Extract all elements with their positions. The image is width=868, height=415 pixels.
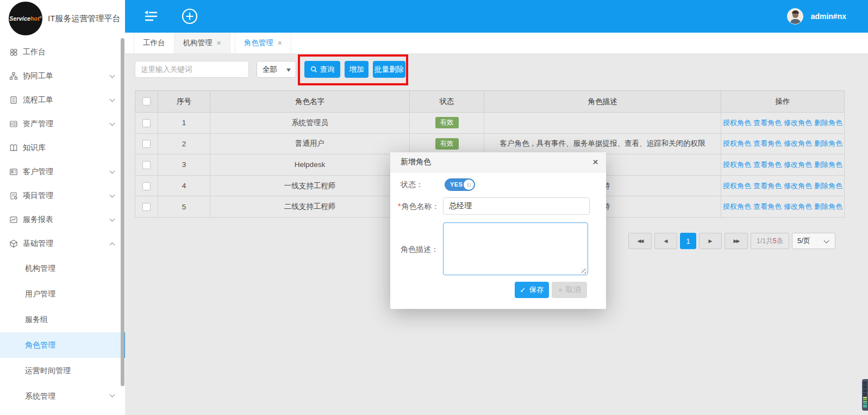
view-role-link[interactable]: 查看角色: [753, 119, 782, 127]
sidebar-scrollbar[interactable]: [121, 38, 124, 386]
sidebar-item-reports[interactable]: 服务报表: [0, 208, 125, 232]
brand-header: Servicehot® IT服务运营管理平台: [0, 0, 125, 36]
edit-role-link[interactable]: 修改角色: [784, 202, 812, 210]
keyword-search-input[interactable]: [135, 61, 249, 78]
chevron-down-icon: [110, 97, 115, 102]
add-button[interactable]: 增加: [345, 61, 369, 78]
collapse-sidebar-icon[interactable]: [142, 8, 160, 25]
status-badge: 有效: [435, 138, 459, 150]
sidebar-item-basic-mgmt[interactable]: 基础管理: [0, 232, 125, 256]
user-menu[interactable]: admin#nx: [787, 8, 846, 25]
status-badge: 有效: [435, 117, 459, 128]
delete-role-link[interactable]: 删除角色: [814, 119, 842, 127]
status-toggle[interactable]: YES: [445, 178, 475, 191]
project-icon: [9, 191, 18, 200]
cancel-button[interactable]: × 取消: [552, 282, 587, 298]
save-button[interactable]: ✓ 保存: [515, 282, 549, 298]
sidebar-item-projects[interactable]: 项目管理: [0, 184, 125, 208]
close-tab-icon[interactable]: ×: [217, 39, 221, 47]
sidebar-item-service-group[interactable]: 服务组: [0, 307, 125, 332]
tab-workbench[interactable]: 工作台: [134, 33, 174, 53]
sidebar-item-operation-time-mgmt[interactable]: 运营时间管理: [0, 358, 125, 383]
chevron-down-icon: [110, 392, 115, 398]
sidebar-item-org-mgmt[interactable]: 机构管理: [0, 256, 125, 281]
prev-page-button[interactable]: ◀: [654, 233, 677, 249]
dashboard-icon: [9, 48, 18, 57]
edit-role-link[interactable]: 修改角色: [784, 139, 812, 147]
delete-role-link[interactable]: 删除角色: [814, 160, 842, 169]
query-button[interactable]: 查询: [304, 61, 340, 78]
close-icon[interactable]: ×: [592, 157, 598, 167]
filter-dropdown[interactable]: 全部: [257, 61, 296, 78]
view-role-link[interactable]: 查看角色: [753, 182, 782, 190]
delete-role-link[interactable]: 删除角色: [814, 202, 842, 210]
customer-icon: [9, 168, 18, 176]
select-all-checkbox[interactable]: [142, 97, 151, 106]
sidebar-item-collab-orders[interactable]: 协同工单: [0, 64, 125, 88]
sidebar-item-assets[interactable]: 资产管理: [0, 112, 125, 136]
role-desc-textarea[interactable]: [443, 222, 588, 275]
next-page-button[interactable]: ▶: [699, 233, 722, 249]
row-checkbox[interactable]: [142, 140, 151, 148]
view-role-link[interactable]: 查看角色: [753, 139, 782, 147]
table-row: 1 系统管理员 有效 授权角色查看角色修改角色删除角色: [135, 113, 845, 134]
chevron-down-icon: [110, 193, 115, 198]
edge-floating-widget[interactable]: [862, 379, 868, 411]
chevron-down-icon: [824, 238, 829, 244]
authorize-role-link[interactable]: 授权角色: [723, 182, 751, 190]
sidebar-item-knowledge-base[interactable]: 知识库: [0, 136, 125, 160]
page-size-select[interactable]: 5/页: [792, 233, 835, 249]
view-role-link[interactable]: 查看角色: [753, 202, 782, 210]
select-all-header: [135, 91, 158, 113]
delete-role-link[interactable]: 删除角色: [814, 139, 842, 147]
row-checkbox[interactable]: [142, 119, 151, 127]
tab-role-mgmt[interactable]: 角色管理 ×: [235, 33, 291, 53]
modal-header[interactable]: 新增角色 ×: [390, 152, 606, 172]
sidebar-item-customers[interactable]: 客户管理: [0, 160, 125, 184]
current-page-button[interactable]: 1: [680, 233, 696, 249]
sidebar-item-role-mgmt[interactable]: 角色管理: [0, 332, 125, 358]
first-page-button[interactable]: ◀◀: [628, 233, 652, 249]
chevron-down-icon: [110, 73, 115, 78]
dropdown-arrow-icon: [286, 69, 291, 72]
col-header-name: 角色名字: [210, 91, 410, 113]
col-header-no: 序号: [158, 91, 210, 113]
table-header-row: 序号 角色名字 状态 角色描述 操作: [135, 91, 845, 113]
top-header-bar: admin#nx: [125, 0, 868, 33]
sidebar-item-system-mgmt[interactable]: 系统管理: [0, 383, 125, 409]
tab-org-mgmt[interactable]: 机构管理 ×: [174, 33, 230, 53]
close-tab-icon[interactable]: ×: [278, 39, 282, 47]
org-icon: [9, 72, 18, 80]
col-header-desc: 角色描述: [484, 91, 721, 113]
view-role-link[interactable]: 查看角色: [753, 160, 782, 169]
chevron-down-icon: [110, 169, 115, 174]
report-icon: [9, 215, 18, 224]
sidebar-menu: 工作台 协同工单 流程工单: [0, 40, 125, 256]
edit-role-link[interactable]: 修改角色: [784, 160, 812, 169]
book-icon: [9, 144, 18, 152]
edit-role-link[interactable]: 修改角色: [784, 182, 812, 190]
tab-bar: 工作台 机构管理 × 角色管理 ×: [125, 33, 868, 53]
username: admin#nx: [811, 12, 846, 21]
authorize-role-link[interactable]: 授权角色: [723, 119, 751, 127]
sidebar-item-user-mgmt[interactable]: 用户管理: [0, 281, 125, 307]
add-new-icon[interactable]: [181, 8, 198, 25]
edit-role-link[interactable]: 修改角色: [784, 119, 812, 127]
search-icon: [310, 66, 317, 73]
row-checkbox[interactable]: [142, 182, 151, 190]
sidebar-item-workbench[interactable]: 工作台: [0, 40, 125, 64]
authorize-role-link[interactable]: 授权角色: [723, 160, 751, 169]
authorize-role-link[interactable]: 授权角色: [723, 139, 751, 147]
sidebar-item-process-orders[interactable]: 流程工单: [0, 88, 125, 112]
delete-role-link[interactable]: 删除角色: [814, 182, 842, 190]
name-field-label: *角色名称：: [398, 202, 439, 212]
row-checkbox[interactable]: [142, 161, 151, 169]
authorize-role-link[interactable]: 授权角色: [723, 202, 751, 210]
main-content: 全部 查询 增加 批量删除 序号 角色名字 状态: [125, 53, 868, 415]
batch-delete-button[interactable]: 批量删除: [373, 61, 405, 78]
modal-title: 新增角色: [401, 157, 431, 167]
row-checkbox[interactable]: [142, 203, 151, 211]
col-header-actions: 操作: [721, 91, 845, 113]
role-name-input[interactable]: [443, 197, 590, 215]
last-page-button[interactable]: ▶▶: [725, 233, 748, 249]
